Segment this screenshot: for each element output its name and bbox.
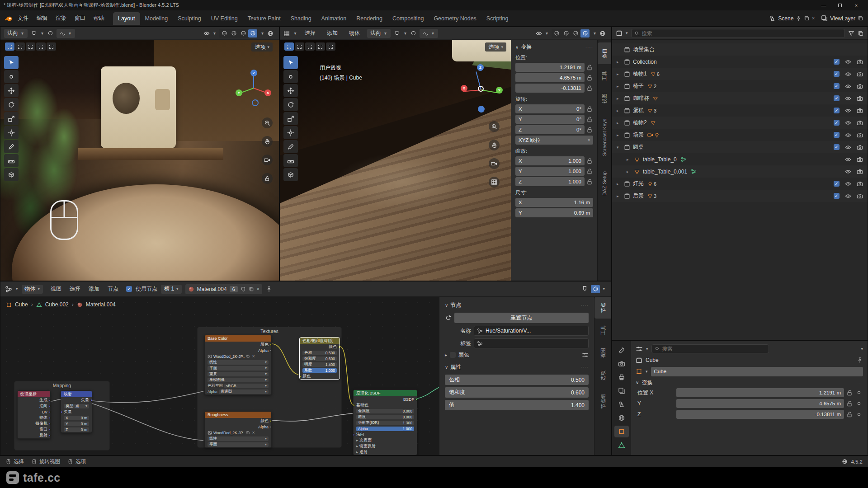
node-row[interactable]: Z0 m	[61, 427, 92, 432]
axis-Z-ball[interactable]: Z	[477, 64, 484, 71]
tab-output[interactable]	[614, 371, 629, 383]
scale-tool[interactable]	[283, 112, 298, 125]
panel-grip[interactable]: ····	[855, 380, 863, 385]
select-mode-button-1[interactable]	[15, 42, 25, 51]
output-socket[interactable]	[415, 398, 417, 401]
input-socket[interactable]	[353, 404, 355, 407]
node-value-slider[interactable]: 糙度0.000	[356, 415, 414, 419]
node-header[interactable]: 原理化 BSDF	[354, 390, 417, 396]
node-image-texture-basecolor[interactable]: Base Color颜色AlphaWoodDod_2K-JP..×线性▾平面▾重…	[204, 335, 272, 395]
outliner-row[interactable]: ▸场景✓	[612, 129, 868, 141]
use-nodes-checkbox[interactable]: ✓	[126, 286, 132, 292]
eye-icon[interactable]	[845, 144, 851, 150]
node-row[interactable]: UV	[18, 409, 50, 415]
viewport-left-scene[interactable]: 选项 ▾ ZYX	[0, 40, 279, 281]
node-row[interactable]: 重复▾	[205, 371, 271, 377]
node-enum-dropdown[interactable]: 直通型▾	[219, 389, 269, 394]
measure-tool[interactable]	[4, 154, 19, 167]
node-row[interactable]: 类型: 点▾	[61, 403, 92, 409]
input-socket[interactable]	[353, 433, 355, 436]
eye-icon[interactable]	[845, 156, 851, 163]
node-row[interactable]: 平面▾	[205, 365, 271, 371]
disclosure-icon[interactable]: ▸	[617, 60, 623, 64]
menu-item-0[interactable]: 文件	[14, 13, 33, 24]
select-box-tool[interactable]	[4, 56, 19, 69]
render-visibility-icon[interactable]	[857, 108, 863, 114]
tab-tool[interactable]	[614, 344, 629, 356]
output-socket[interactable]	[49, 411, 51, 413]
transform-tool[interactable]	[283, 126, 298, 139]
workspace-tab-shading[interactable]: Shading	[286, 12, 316, 25]
tab-object-data[interactable]	[614, 439, 629, 451]
shader-menu-3[interactable]: 节点	[104, 283, 123, 295]
axis-handle-ball[interactable]	[478, 106, 485, 113]
outliner-search[interactable]	[631, 29, 845, 38]
panel-title[interactable]: 节点	[450, 301, 461, 309]
output-socket[interactable]	[49, 417, 51, 419]
render-visibility-icon[interactable]	[857, 181, 863, 187]
chevron-down-icon[interactable]: ▾	[626, 31, 628, 35]
rotation-mode-dropdown[interactable]: XYZ 欧拉 ▾	[515, 136, 593, 145]
tab-world[interactable]	[614, 412, 629, 424]
filter-icon[interactable]	[848, 30, 854, 37]
outliner-row[interactable]: ▸椅子2✓	[612, 80, 868, 92]
select-mode-button-0[interactable]	[284, 42, 294, 51]
eye-icon[interactable]	[845, 120, 851, 126]
select-box-tool[interactable]	[283, 56, 298, 69]
workspace-tab-uv-editing[interactable]: UV Editing	[206, 12, 243, 25]
tab-view-layer[interactable]	[614, 385, 629, 397]
add-cube-tool[interactable]	[4, 168, 19, 181]
outliner-item-name[interactable]: 后景	[633, 192, 644, 200]
eye-icon[interactable]	[845, 193, 851, 199]
node-value-slider[interactable]: 饱和度0.600	[302, 357, 337, 361]
search-input[interactable]	[642, 31, 842, 36]
disclosure-icon[interactable]: ▸	[617, 133, 623, 137]
overlays-icon[interactable]	[267, 30, 274, 37]
select-mode-button-3[interactable]	[36, 42, 46, 51]
transform-value-field[interactable]: -0.13811 m	[676, 410, 844, 419]
breadcrumb-item[interactable]: Cube.002	[45, 301, 69, 308]
workspace-tab-scripting[interactable]: Scripting	[481, 12, 514, 25]
outliner-item-name[interactable]: 灯光	[633, 180, 644, 188]
outliner-item-name[interactable]: table_Table_0	[643, 156, 677, 163]
node-row[interactable]: WoodDod_2K-JP..×	[205, 353, 271, 359]
exclude-checkbox[interactable]: ✓	[834, 193, 840, 199]
panel-title[interactable]: 属性	[450, 363, 461, 371]
node-property-slider[interactable]: 值1.400	[445, 400, 589, 410]
outliner-row[interactable]: ▸植物2 ✓	[612, 117, 868, 129]
disclosure-icon[interactable]: ▸	[617, 194, 623, 198]
exclude-checkbox[interactable]: ✓	[834, 181, 840, 187]
chevron-down-icon[interactable]: ▾	[403, 31, 407, 35]
sidebar-tab-条目[interactable]: 条目	[598, 42, 611, 64]
render-visibility-icon[interactable]	[857, 83, 863, 89]
node-name-field[interactable]: Hue/Saturation/V...	[474, 326, 589, 336]
node-principled-bsdf[interactable]: 原理化 BSDFBSDF基础色金属度0.000糙度0.000折射率(IOR)1.…	[353, 389, 417, 455]
outliner-item-name[interactable]: 蛋糕	[633, 107, 644, 114]
disclosure-icon[interactable]: ▸	[617, 72, 623, 76]
properties-editor-icon[interactable]	[636, 345, 643, 352]
render-visibility-icon[interactable]	[857, 193, 863, 199]
outliner-item-name[interactable]: 植物2	[633, 119, 647, 127]
node-row[interactable]: 折射率(IOR)1.300	[354, 420, 417, 426]
node-value-slider[interactable]: X0 m	[64, 416, 89, 420]
sidebar-tab-选项[interactable]: 选项	[594, 365, 611, 386]
select-mode-button-2[interactable]	[26, 42, 35, 51]
axis-Y-ball[interactable]: Y	[496, 87, 503, 94]
node-value-slider[interactable]: 明度1.400	[302, 362, 337, 367]
fake-user-icon[interactable]	[241, 286, 246, 292]
disclosure-icon[interactable]: ▸	[627, 157, 633, 162]
node-row[interactable]: 摄像机	[18, 421, 50, 427]
chevron-down-icon[interactable]: ▾	[646, 370, 648, 374]
output-socket[interactable]	[338, 346, 340, 348]
eye-icon[interactable]	[845, 95, 851, 102]
disclosure-icon[interactable]: ▸	[627, 169, 633, 174]
unlink-scene-icon[interactable]: ×	[812, 16, 815, 21]
zoomp-button[interactable]	[489, 121, 500, 132]
rotate-tool[interactable]	[283, 98, 298, 111]
node-row[interactable]: Alpha	[205, 347, 271, 353]
editor-mode-icon[interactable]	[283, 30, 290, 37]
lock-button[interactable]	[262, 173, 273, 184]
eye-icon[interactable]	[845, 169, 851, 175]
render-visibility-icon[interactable]	[857, 156, 863, 163]
shading-solid-icon[interactable]	[561, 29, 571, 38]
